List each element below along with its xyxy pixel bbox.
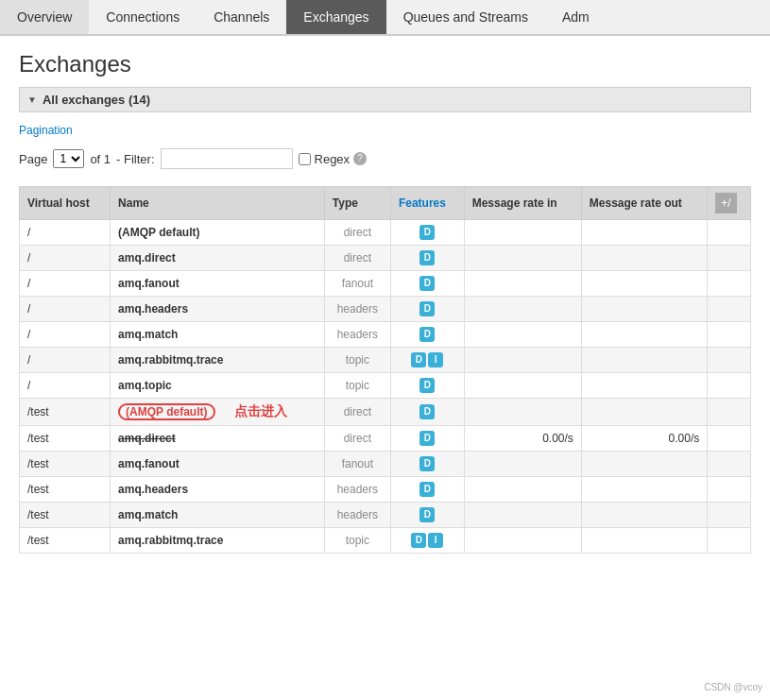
cell-vhost: /test [20,503,111,528]
exchange-name-link[interactable]: amq.topic [118,379,172,392]
cell-name: amq.match [111,503,325,528]
page-title: Exchanges [19,51,751,77]
cell-name: amq.headers [111,477,325,503]
table-row: /amq.directdirectD [20,246,751,271]
table-header-row: Virtual host Name Type Features Message … [20,187,751,220]
col-plus[interactable]: +/ [708,187,751,220]
cell-type: topic [324,373,390,399]
cell-extra [708,426,751,452]
feature-badge: I [428,533,443,548]
pagination-title[interactable]: Pagination [19,124,751,137]
table-row: /(AMQP default)directD [20,220,751,246]
section-label: All exchanges (14) [43,93,150,107]
cell-extra [708,297,751,322]
cell-extra [708,477,751,503]
exchange-name-link[interactable]: amq.direct [118,432,176,445]
cell-name: (AMQP default)点击进入 [111,399,325,426]
exchange-name-link[interactable]: amq.rabbitmq.trace [118,534,223,547]
cell-features: D [390,426,464,452]
cell-rate-out [581,348,707,373]
cell-extra [708,246,751,271]
click-hint: 点击进入 [234,403,287,418]
cell-type: direct [324,220,390,246]
cell-features: D [390,220,464,246]
cell-type: direct [324,246,390,271]
cell-type: direct [324,426,390,452]
plus-button[interactable]: +/ [715,193,736,213]
cell-rate-in [464,373,581,399]
nav-item-adm[interactable]: Adm [545,0,607,34]
cell-extra [708,452,751,477]
regex-checkbox[interactable] [299,153,311,165]
nav-item-connections[interactable]: Connections [89,0,197,34]
filter-input[interactable] [161,148,293,169]
cell-extra [708,503,751,528]
cell-vhost: /test [20,452,111,477]
cell-vhost: / [20,220,111,246]
cell-features: D [390,503,464,528]
exchange-name-link[interactable]: amq.match [118,508,178,521]
collapse-arrow-icon: ▼ [27,94,37,105]
cell-features: D [390,246,464,271]
table-row: /amq.headersheadersD [20,297,751,322]
exchange-name-link[interactable]: amq.fanout [118,457,180,470]
cell-rate-out [581,297,707,322]
table-row: /testamq.headersheadersD [20,477,751,503]
page-select[interactable]: 1 [53,149,84,168]
cell-rate-out [581,477,707,503]
feature-badge: D [419,276,435,291]
cell-rate-in [464,399,581,426]
feature-badge: D [419,378,435,393]
exchange-name-link[interactable]: amq.headers [118,483,188,496]
cell-vhost: / [20,348,111,373]
feature-badge: I [428,352,443,367]
col-name: Name [111,187,325,220]
exchange-name-link[interactable]: amq.fanout [118,277,180,290]
nav-item-overview[interactable]: Overview [0,0,89,34]
cell-vhost: / [20,322,111,348]
cell-rate-out [581,220,707,246]
cell-rate-in [464,271,581,297]
cell-features: D [390,477,464,503]
col-rate-in: Message rate in [464,187,581,220]
cell-name: amq.rabbitmq.trace [111,348,325,373]
feature-badge: D [419,507,435,522]
cell-vhost: / [20,373,111,399]
exchange-name-link[interactable]: amq.headers [118,302,188,316]
cell-rate-in: 0.00/s [464,426,581,452]
cell-features: D [390,373,464,399]
nav-item-exchanges[interactable]: Exchanges [286,0,385,34]
cell-vhost: /test [20,426,111,452]
cell-rate-out [581,322,707,348]
feature-badge: D [419,456,435,471]
feature-badge: D [419,301,435,316]
cell-features: D [390,322,464,348]
cell-rate-out [581,271,707,297]
table-row: /testamq.rabbitmq.tracetopicDI [20,528,751,554]
col-features: Features [390,187,464,220]
cell-type: headers [324,322,390,348]
feature-badge: D [411,533,426,548]
section-header[interactable]: ▼ All exchanges (14) [19,87,751,112]
col-type: Type [324,187,390,220]
cell-rate-out [581,399,707,426]
exchange-name-link[interactable]: amq.match [118,328,178,341]
exchange-name-link[interactable]: (AMQP default) [118,226,199,239]
cell-extra [708,220,751,246]
cell-vhost: /test [20,399,111,426]
exchange-name-link[interactable]: amq.direct [118,251,176,265]
help-icon[interactable]: ? [353,152,367,165]
feature-badge: D [419,327,435,342]
cell-rate-out [581,528,707,554]
page-label: Page [19,152,47,166]
exchange-name-link[interactable]: (AMQP default) [118,403,214,420]
col-vhost: Virtual host [20,187,111,220]
cell-extra [708,373,751,399]
exchange-name-link[interactable]: amq.rabbitmq.trace [118,353,223,367]
cell-features: D [390,452,464,477]
table-row: /amq.rabbitmq.tracetopicDI [20,348,751,373]
table-row: /test(AMQP default)点击进入directD [20,399,751,426]
nav-item-queues-and-streams[interactable]: Queues and Streams [386,0,545,34]
pagination-controls: Page 1 of 1 - Filter: Regex ? [19,143,751,175]
nav-item-channels[interactable]: Channels [197,0,286,34]
